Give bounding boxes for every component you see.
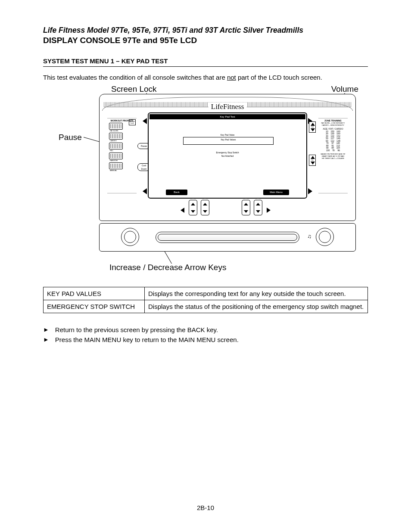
profile-label: HILL	[110, 149, 137, 152]
main-menu-button[interactable]: Main Menu	[263, 190, 289, 195]
table-row: EMERGENCY STOP SWITCH Displays the statu…	[44, 300, 368, 313]
lcd-kpv-text: Key Pad Values	[184, 137, 273, 141]
heart-rate-table: AGE / FAT / CARDIO 10 150 160 20 130 160…	[318, 128, 348, 152]
back-button[interactable]: Back	[166, 190, 187, 195]
handgrip-right	[316, 228, 334, 246]
lcd-kpv-box: Key Pad Values	[183, 137, 274, 145]
intro-pre: This test evaluates the condition of all…	[43, 74, 227, 81]
handgrip-left	[121, 228, 139, 246]
console-handlebar: ♫	[99, 223, 356, 252]
cell-val: Displays the corresponding text for any …	[145, 287, 368, 300]
zone-sub: CARDIO – HIGH INTENSITY	[318, 124, 348, 126]
console-diagram: Screen Lock Volume Pause Cool Down Chann…	[53, 84, 358, 274]
arrow-right-icon	[267, 208, 271, 213]
profile-label: FAT BURN	[110, 130, 137, 132]
profile-icon	[109, 133, 123, 140]
list-item: ► Return to the previous screen by press…	[43, 325, 368, 335]
callout-pause: Pause	[59, 133, 82, 142]
bullet-arrow-icon: ►	[43, 325, 49, 335]
lcd-kpv-label: Key Pad Value	[149, 134, 306, 136]
table-row: KEY PAD VALUES Displays the correspondin…	[44, 287, 368, 300]
lcd-screen: Key Pad Test Key Pad Value Key Pad Value…	[148, 112, 307, 199]
page-title: DISPLAY CONSOLE 97Te and 95Te LCD	[43, 36, 368, 45]
bullet-text: Return to the previous screen by pressin…	[55, 325, 218, 335]
zone-footnote: BASED ON PERCENT AGE OF HEART RATE AS % …	[318, 153, 348, 159]
lcd-title: Key Pad Test	[149, 114, 305, 119]
arrow-key[interactable]	[189, 200, 197, 215]
lifefitness-logo: LifeFitness	[209, 103, 247, 111]
values-table: KEY PAD VALUES Displays the correspondin…	[43, 287, 368, 313]
channel-rocker[interactable]: Ch	[309, 155, 316, 166]
bullet-text: Press the MAIN MENU key to return to the…	[55, 335, 239, 345]
arrow-key-cluster	[189, 200, 209, 215]
ch-label: Ch	[309, 159, 315, 161]
screen-lock-icon: Screen Lock	[129, 119, 136, 125]
intro-post: part of the LCD touch screen.	[236, 74, 322, 81]
console-outline: LifeFitness WORKOUT PROFILES FAT BURN CA…	[99, 94, 356, 253]
console-top: LifeFitness WORKOUT PROFILES FAT BURN CA…	[99, 94, 356, 221]
arrow-left-icon	[181, 208, 184, 213]
vol-label: Vol	[309, 126, 315, 128]
workout-profiles-panel: WORKOUT PROFILES FAT BURN CARDIO HILL RA…	[107, 118, 137, 193]
zone-training-panel: ZONE TRAINING FAT BURN – LOW INTENSITY C…	[318, 118, 348, 193]
bezel-arrow-left-icon	[143, 118, 147, 124]
callout-arrows: Increase / Decrease Arrow Keys	[109, 263, 226, 272]
arrow-key-cluster	[242, 200, 262, 215]
profile-icon	[109, 123, 123, 130]
section-rule	[43, 66, 368, 67]
bezel-arrow-left-icon	[143, 188, 147, 194]
list-item: ► Press the MAIN MENU key to return to t…	[43, 335, 368, 345]
arrow-key[interactable]	[254, 200, 262, 215]
intro-underlined: not	[227, 74, 236, 81]
bullet-arrow-icon: ►	[43, 335, 49, 345]
cell-key: KEY PAD VALUES	[44, 287, 145, 300]
bezel-arrow-right-icon	[308, 188, 312, 194]
lcd-ess-l2: Not Attached	[149, 155, 306, 157]
profile-icon	[109, 143, 123, 149]
section-title: SYSTEM TEST MENU 1 – KEY PAD TEST	[43, 57, 368, 65]
profile-label: RANDOM	[110, 159, 137, 162]
profile-label: CARDIO	[110, 140, 137, 142]
arrow-key[interactable]	[242, 200, 250, 215]
cell-val: Displays the status of the positioning o…	[145, 300, 368, 313]
crossbar	[156, 232, 299, 243]
table-row: 100 78 96	[318, 149, 348, 152]
lcd-ess-l1: Emergency Stop Switch	[149, 151, 306, 154]
profile-icon	[109, 162, 123, 169]
profile-icon	[109, 152, 123, 159]
callout-screen-lock: Screen Lock	[111, 84, 157, 94]
profile-label: MANUAL	[110, 169, 137, 171]
product-line: Life Fitness Model 97Te, 95Te, 97Ti, 95T…	[43, 26, 368, 35]
intro-text: This test evaluates the condition of all…	[43, 74, 368, 81]
cell-key: EMERGENCY STOP SWITCH	[44, 300, 145, 313]
headphone-icon: ♫	[307, 233, 311, 240]
callout-volume: Volume	[331, 84, 358, 94]
bullet-list: ► Return to the previous screen by press…	[43, 325, 368, 345]
volume-rocker[interactable]: Vol	[309, 121, 316, 133]
page-number: 2B-10	[43, 504, 368, 511]
arrow-key[interactable]	[201, 200, 209, 215]
